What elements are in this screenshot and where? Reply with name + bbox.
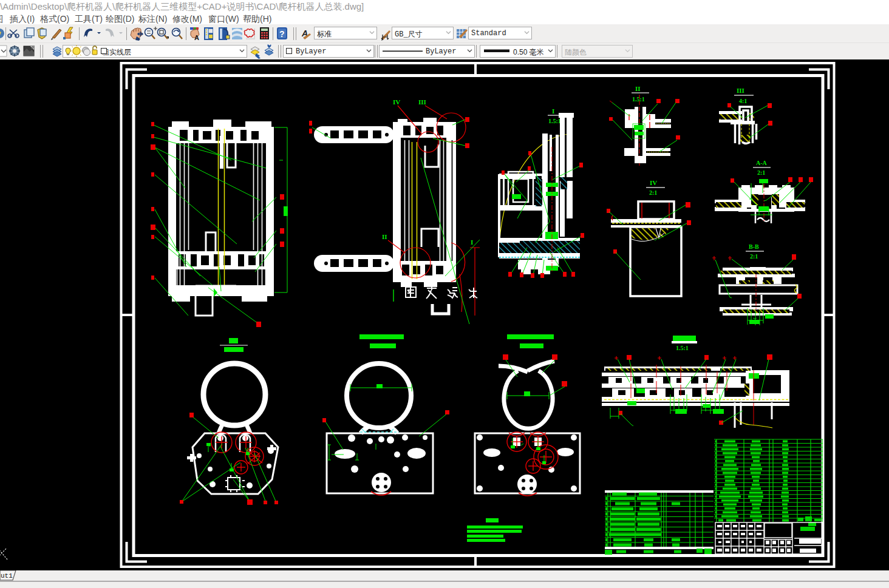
svg-text:I: I: [552, 107, 554, 115]
svg-text:I: I: [471, 238, 473, 246]
svg-text:II: II: [635, 85, 641, 92]
svg-text:1.5:1: 1.5:1: [676, 345, 689, 351]
svg-text:1.5:1: 1.5:1: [548, 118, 561, 124]
svg-text:4:1: 4:1: [739, 98, 747, 104]
svg-text:1.5:1: 1.5:1: [632, 96, 645, 103]
svg-text:2:1: 2:1: [757, 169, 765, 176]
svg-text:IV: IV: [393, 98, 400, 106]
svg-text:IV: IV: [650, 179, 657, 186]
svg-text:III: III: [418, 98, 426, 106]
svg-text:A-A: A-A: [756, 160, 768, 166]
svg-text:III: III: [737, 87, 744, 94]
svg-text:II: II: [382, 233, 387, 240]
svg-text:2:1: 2:1: [649, 189, 657, 196]
svg-text:2:1: 2:1: [750, 253, 758, 260]
svg-text:B-B: B-B: [749, 243, 759, 250]
svg-text:ut1: ut1: [1, 572, 13, 580]
